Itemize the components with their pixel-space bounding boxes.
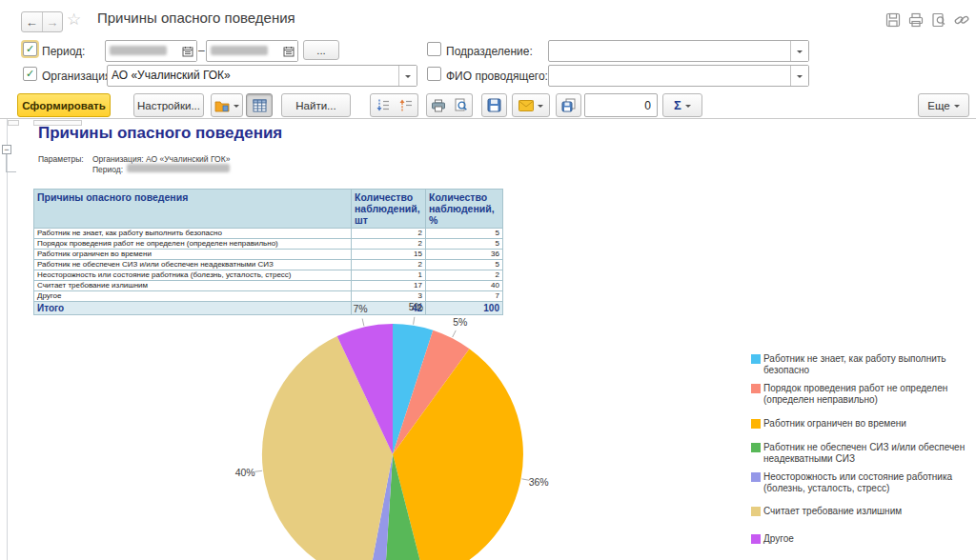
print-preview-button[interactable] [449, 93, 473, 117]
legend-label: Порядок проведения работ не определен (о… [763, 383, 972, 405]
calendar-icon[interactable] [179, 41, 196, 61]
grouping-gutter [7, 119, 8, 560]
print-icon[interactable] [907, 11, 925, 29]
period-label: Период: [42, 45, 85, 58]
table-row: Работник ограничен во времени1536 [34, 250, 503, 260]
grid-icon [253, 99, 267, 112]
table-row: Неосторожность или состояние работника (… [34, 270, 503, 281]
department-value [549, 41, 790, 61]
pie-label-tick [254, 470, 262, 471]
forward-arrow-icon: → [46, 15, 58, 30]
more-button[interactable]: Еще [918, 93, 969, 117]
table-row: Порядок проведения работ не определен (о… [34, 239, 503, 250]
department-checkbox[interactable] [427, 42, 441, 56]
settings-button[interactable]: Настройки... [133, 93, 204, 117]
legend-label: Работник не обеспечен СИЗ и/или обеспече… [763, 442, 972, 464]
legend-label: Другое [763, 533, 794, 545]
legend-item: Другое [751, 533, 972, 545]
legend-label: Работник ограничен во времени [763, 418, 906, 430]
period-to-input[interactable] [206, 40, 298, 62]
cell-percent: 40 [426, 281, 503, 291]
chevron-down-icon[interactable] [790, 41, 808, 61]
cell-count: 15 [352, 250, 426, 260]
collapse-group-button[interactable]: − [2, 145, 11, 154]
print-button[interactable] [426, 93, 450, 117]
app-window: ← → ☆ Причины опасного поведения ✓ Перио… [0, 0, 976, 560]
preview-magnifier-icon [454, 98, 468, 112]
envelope-icon [518, 100, 534, 111]
table-row: Работник не обеспечен СИЗ и/или обеспече… [34, 260, 503, 270]
pie-slice-label: 5% [453, 316, 467, 328]
conductor-combobox[interactable] [548, 65, 809, 87]
period-choice-button[interactable]: ... [303, 40, 339, 60]
save-result-button[interactable] [481, 93, 507, 117]
parameter-period: Период: [92, 165, 123, 174]
cell-count: 2 [352, 260, 426, 270]
find-button[interactable]: Найти... [281, 93, 351, 117]
preview-icon[interactable] [930, 11, 947, 29]
legend-swatch-icon [751, 534, 761, 544]
floppy-copy-icon [561, 98, 577, 112]
redacted-date-from [110, 46, 167, 55]
sum-button[interactable]: Σ [662, 93, 702, 117]
legend-item: Считает требование излишним [751, 506, 972, 517]
expand-groups-button[interactable] [370, 93, 395, 117]
cell-count: 1 [352, 270, 426, 281]
more-button-label: Еще [927, 100, 949, 111]
cell-count: 17 [352, 281, 426, 291]
legend-swatch-icon [751, 384, 761, 393]
legend-item: Порядок проведения работ не определен (о… [751, 383, 972, 405]
forward-button[interactable]: → [42, 12, 63, 31]
group-level-cell[interactable] [8, 120, 19, 126]
pie-label-tick [362, 319, 364, 327]
organization-value: АО «Учалинский ГОК» [108, 66, 398, 86]
send-mail-button[interactable] [512, 93, 550, 117]
cell-cause: Работник ограничен во времени [34, 250, 352, 260]
conductor-value [549, 66, 790, 86]
settings-panel-toggle-button[interactable] [246, 93, 273, 117]
cell-percent: 2 [426, 270, 503, 281]
parameters-label: Параметры: [38, 154, 84, 164]
cell-cause: Порядок проведения работ не определен (о… [34, 239, 352, 250]
favorite-star-icon[interactable]: ☆ [67, 10, 81, 30]
calendar-icon[interactable] [280, 41, 297, 61]
collapse-groups-button[interactable] [394, 93, 418, 117]
generate-button[interactable]: Сформировать [17, 93, 111, 117]
chevron-down-icon[interactable] [398, 66, 417, 86]
counter-input[interactable] [584, 93, 658, 117]
conductor-checkbox[interactable] [427, 67, 441, 81]
folder-icon [214, 99, 230, 112]
conductor-label: ФИО проводящего: [446, 70, 548, 83]
column-header-count: Количество наблюдений, шт [352, 190, 426, 229]
report-variants-button[interactable] [211, 93, 243, 117]
cell-percent: 5 [426, 229, 503, 239]
save-copy-button[interactable] [556, 93, 581, 117]
pie-slice-label: 7% [353, 303, 367, 314]
cell-cause: Работник не обеспечен СИЗ и/или обеспече… [34, 260, 352, 270]
organization-combobox[interactable]: АО «Учалинский ГОК» [107, 65, 417, 87]
table-header-row: Причины опасного поведения Количество на… [34, 190, 503, 229]
back-button[interactable]: ← [22, 12, 42, 31]
organization-checkbox[interactable]: ✓ [23, 67, 37, 81]
organization-label: Организация: [42, 70, 114, 83]
cell-percent: 36 [426, 250, 503, 260]
legend-label: Неосторожность или состояние работника (… [763, 471, 972, 493]
toolbar-divider [0, 118, 976, 119]
report-title: Причины опасного поведения [38, 124, 282, 143]
legend-swatch-icon [751, 443, 761, 452]
parameter-organization: Организация: АО «Учалинский ГОК» [92, 154, 230, 164]
legend-item: Работник ограничен во времени [751, 418, 972, 430]
period-separator: – [198, 44, 205, 57]
period-checkbox[interactable]: ✓ [23, 42, 37, 56]
collapse-groups-icon [398, 98, 413, 112]
cell-cause: Неосторожность или состояние работника (… [34, 270, 352, 281]
legend-label: Работник не знает, как работу выполнить … [763, 353, 972, 375]
save-icon[interactable] [884, 11, 902, 29]
link-icon[interactable] [953, 11, 970, 29]
period-from-input[interactable] [105, 40, 197, 62]
legend-swatch-icon [751, 419, 761, 429]
expand-groups-icon [376, 98, 390, 112]
department-combobox[interactable] [548, 40, 809, 62]
chevron-down-icon[interactable] [790, 66, 808, 86]
cell-percent: 5 [426, 239, 503, 250]
